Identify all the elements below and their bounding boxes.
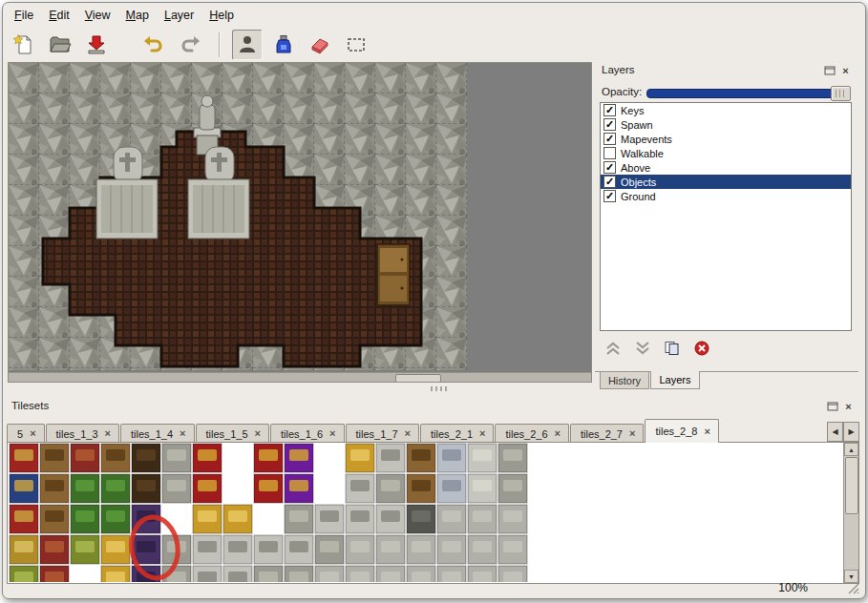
fill-tool-button[interactable] xyxy=(268,30,299,60)
opacity-slider-track[interactable] xyxy=(646,89,851,98)
menu-view[interactable]: View xyxy=(77,7,118,24)
delete-red-circle-icon xyxy=(692,341,711,356)
tilesets-panel-title: Tilesets xyxy=(11,400,49,411)
layer-row-ground[interactable]: ✓ Ground xyxy=(601,189,851,203)
tileset-tab-tiles-1-4[interactable]: tiles_1_4× xyxy=(120,424,194,443)
opacity-slider-handle[interactable] xyxy=(831,86,851,101)
layer-row-above[interactable]: ✓ Above xyxy=(601,160,851,175)
close-tab-icon[interactable]: × xyxy=(479,428,485,439)
scroll-up-button[interactable]: ▲ xyxy=(844,443,858,456)
close-tab-icon[interactable]: × xyxy=(555,428,561,439)
tileset-tab-tiles-2-6[interactable]: tiles_2_6× xyxy=(495,424,568,443)
layer-row-objects[interactable]: ✓ Objects xyxy=(601,175,851,189)
tileset-tab-truncated[interactable]: 5× xyxy=(7,424,45,443)
close-tab-icon[interactable]: × xyxy=(405,428,411,439)
new-button[interactable] xyxy=(9,30,39,60)
resize-grip-icon[interactable] xyxy=(846,581,859,594)
checkbox-checked-icon[interactable]: ✓ xyxy=(603,161,616,174)
application-window: File Edit View Map Layer Help xyxy=(2,2,866,599)
layer-name: Spawn xyxy=(621,119,653,131)
tileset-tabs: 5× tiles_1_3× tiles_1_4× tiles_1_5× tile… xyxy=(7,419,827,443)
float-window-icon xyxy=(827,402,838,411)
delete-layer-button[interactable] xyxy=(689,339,714,358)
tileset-tab-tiles-2-8[interactable]: tiles_2_8× xyxy=(645,419,718,443)
layer-name: Ground xyxy=(621,191,656,202)
checkbox-checked-icon[interactable]: ✓ xyxy=(603,118,616,131)
horizontal-splitter-grip[interactable] xyxy=(431,386,448,391)
layers-panel: Layers × Opacity: ✓ Keys ✓ Spawn ✓ Mapev… xyxy=(595,62,858,390)
map-horizontal-scrollbar-thumb[interactable] xyxy=(395,374,441,383)
checkbox-checked-icon[interactable]: ✓ xyxy=(603,133,616,145)
checkbox-checked-icon[interactable]: ✓ xyxy=(603,104,616,116)
map-cabinet xyxy=(377,244,410,305)
tileset-scrollbar-thumb[interactable] xyxy=(845,457,858,514)
menu-map[interactable]: Map xyxy=(118,7,157,24)
person-stamp-icon xyxy=(236,33,259,56)
tab-history[interactable]: History xyxy=(600,372,649,389)
toolbar xyxy=(9,28,377,62)
menu-bar: File Edit View Map Layer Help xyxy=(7,6,242,25)
map-viewport[interactable] xyxy=(8,62,592,383)
move-layer-down-button[interactable] xyxy=(630,339,655,358)
checkbox-unchecked-icon[interactable] xyxy=(603,147,616,159)
down-arrow-icon: ▼ xyxy=(848,573,855,580)
tileset-tab-tiles-1-3[interactable]: tiles_1_3× xyxy=(46,424,119,443)
tab-layers[interactable]: Layers xyxy=(650,371,700,389)
redo-button[interactable] xyxy=(175,30,205,60)
float-panel-button[interactable] xyxy=(823,65,836,76)
scroll-tabs-right-button[interactable]: ▶ xyxy=(843,422,859,442)
layer-row-spawn[interactable]: ✓ Spawn xyxy=(601,117,851,132)
tileset-tab-tiles-1-5[interactable]: tiles_1_5× xyxy=(196,424,269,443)
close-tab-icon[interactable]: × xyxy=(30,428,35,439)
stamp-tool-button[interactable] xyxy=(232,30,263,60)
tileset-tab-tiles-2-7[interactable]: tiles_2_7× xyxy=(570,424,644,443)
tileset-vertical-scrollbar[interactable]: ▲ ▼ xyxy=(843,443,858,583)
close-icon: × xyxy=(845,402,851,412)
ink-bottle-icon xyxy=(272,33,295,56)
menu-help[interactable]: Help xyxy=(201,7,242,24)
layer-row-keys[interactable]: ✓ Keys xyxy=(601,103,851,117)
layers-panel-title: Layers xyxy=(602,64,635,75)
map-canvas[interactable] xyxy=(9,63,467,370)
open-button[interactable] xyxy=(45,30,75,60)
layer-row-walkable[interactable]: Walkable xyxy=(601,146,851,160)
menu-layer[interactable]: Layer xyxy=(157,7,201,24)
close-tab-icon[interactable]: × xyxy=(329,428,335,439)
undo-button[interactable] xyxy=(138,30,169,60)
tileset-image[interactable] xyxy=(9,443,530,582)
layer-name: Keys xyxy=(621,105,644,116)
checkbox-checked-icon[interactable]: ✓ xyxy=(603,176,616,188)
tileset-tab-tiles-1-6[interactable]: tiles_1_6× xyxy=(270,424,344,443)
duplicate-layer-button[interactable] xyxy=(660,339,685,358)
close-panel-button[interactable]: × xyxy=(842,401,855,412)
layer-row-mapevents[interactable]: ✓ Mapevents xyxy=(601,132,851,146)
close-tab-icon[interactable]: × xyxy=(629,428,635,439)
double-chevron-down-icon xyxy=(633,341,652,356)
red-download-arrow-icon xyxy=(85,33,108,56)
tileset-tab-tiles-2-1[interactable]: tiles_2_1× xyxy=(420,424,494,443)
tileset-tab-tiles-1-7[interactable]: tiles_1_7× xyxy=(346,424,419,443)
float-panel-button[interactable] xyxy=(826,401,838,412)
close-panel-button[interactable]: × xyxy=(839,65,852,76)
close-tab-icon[interactable]: × xyxy=(704,426,709,437)
close-tab-icon[interactable]: × xyxy=(105,428,111,439)
menu-file[interactable]: File xyxy=(7,7,41,24)
selection-rectangle-icon xyxy=(345,33,368,56)
import-button[interactable] xyxy=(81,30,112,60)
close-tab-icon[interactable]: × xyxy=(180,428,185,439)
opacity-slider[interactable] xyxy=(646,88,851,97)
eraser-tool-button[interactable] xyxy=(305,30,335,60)
scroll-tabs-left-button[interactable]: ◀ xyxy=(827,422,843,442)
map-horizontal-scrollbar[interactable] xyxy=(9,372,591,382)
right-arrow-icon: ▶ xyxy=(848,427,854,436)
left-arrow-icon: ◀ xyxy=(832,427,837,436)
select-tool-button[interactable] xyxy=(341,30,371,60)
menu-edit[interactable]: Edit xyxy=(41,7,77,24)
tileset-content[interactable]: ▲ ▼ xyxy=(7,442,859,584)
float-window-icon xyxy=(824,66,836,75)
checkbox-checked-icon[interactable]: ✓ xyxy=(603,190,616,202)
toolbar-separator xyxy=(219,32,221,57)
close-tab-icon[interactable]: × xyxy=(255,428,261,439)
open-folder-icon xyxy=(49,33,72,56)
move-layer-up-button[interactable] xyxy=(601,339,625,358)
